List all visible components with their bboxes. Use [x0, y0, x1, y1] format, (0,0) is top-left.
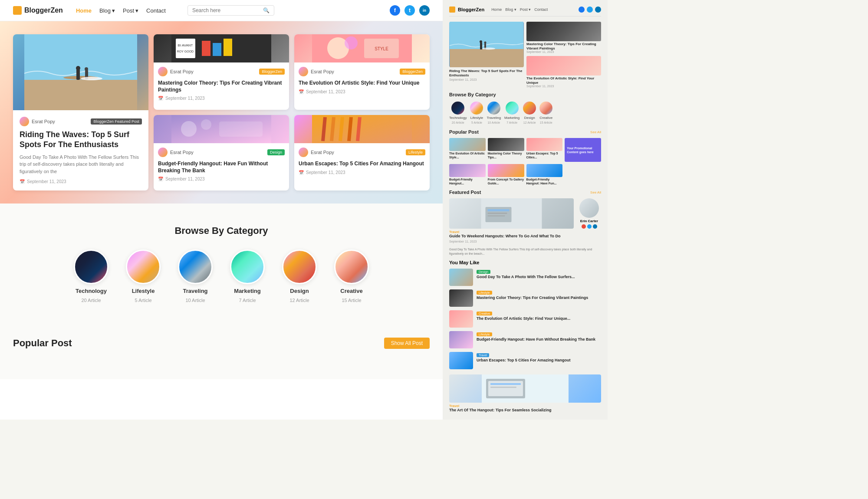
sidebar-thumb-2[interactable]: The Evolution Of Artistic Style: Find Yo… [526, 56, 601, 88]
sidebar-thumb2-img [526, 56, 601, 76]
sidebar-nav-blog[interactable]: Blog ▾ [505, 7, 516, 12]
sidebar-hero-main[interactable]: Riding The Waves: Top 5 Surf Spots For T… [449, 22, 524, 88]
category-traveling[interactable]: Traveling 10 Article [178, 250, 213, 303]
sidebar-thumb2-meta: September 11, 2023 [526, 85, 601, 88]
sidebar-twitter-icon[interactable] [587, 7, 593, 13]
author-name-3: Esrat Popy [170, 150, 194, 155]
sidebar-linkedin-icon[interactable] [595, 7, 601, 13]
sidebar-cat-market[interactable]: Marketing 7 Article [504, 102, 519, 124]
small-card-3[interactable]: Esrat Popy Design Budget-Friendly Hangou… [154, 115, 289, 190]
may-like-badge-4: Lifestyle [477, 332, 492, 336]
may-like-badge-2: Lifestyle [477, 291, 492, 295]
sidebar-cat-life-circle [470, 102, 483, 115]
sidebar-featured-main[interactable]: Travel Guide To Weekend Hangouts: Where … [449, 198, 574, 243]
category-technology[interactable]: Technology 20 Article [74, 250, 108, 303]
sidebar-pop6-text: Budget-Friendly Hangout: Have Fun... [526, 178, 563, 185]
sidebar-featured-excerpt: Good Day To Take A Photo With The Fellow… [449, 247, 601, 256]
badge-2: BloggerZen [400, 69, 425, 75]
sidebar-cat-tech[interactable]: Technology 20 Article [449, 102, 467, 124]
sidebar-logo-icon [449, 7, 455, 13]
calendar-icon-2: 📅 [299, 89, 304, 94]
sidebar-featured-header: Featured Post See All [449, 190, 601, 195]
hero-main-post[interactable]: Esrat Popy BloggerZen Featured Post Ridi… [13, 34, 148, 190]
calendar-icon-1: 📅 [158, 96, 163, 101]
may-like-title-4: Budget-Friendly Hangout: Have Fun Withou… [477, 337, 595, 342]
may-like-item-5[interactable]: Travel Urban Escapes: Top 5 Cities For A… [449, 352, 601, 369]
sidebar-thumb-1[interactable]: Mastering Color Theory: Tips For Creatin… [526, 22, 601, 53]
sidebar-featured-li-icon[interactable] [593, 224, 597, 229]
sidebar-featured-tw-icon[interactable] [587, 224, 592, 229]
sidebar-cat-creative-circle [539, 102, 552, 115]
sidebar-main-thumb-text: Riding The Waves: Top 5 Surf Spots For T… [449, 67, 524, 83]
cat-design-name: Design [290, 288, 309, 294]
sidebar-featured-fb-icon[interactable] [582, 224, 586, 229]
sidebar-cat-travel-circle [487, 102, 500, 115]
facebook-icon[interactable]: f [390, 5, 400, 16]
may-like-item-2[interactable]: Lifestyle Mastering Color Theory: Tips F… [449, 289, 601, 307]
may-like-text-2: Lifestyle Mastering Color Theory: Tips F… [477, 289, 588, 307]
sidebar-featured-title: Featured Post [449, 190, 481, 195]
sidebar-pop3-text: Urban Escapes: Top 5 Cities... [526, 152, 563, 159]
search-input[interactable] [192, 7, 263, 13]
may-like-item-4[interactable]: Lifestyle Budget-Friendly Hangout: Have … [449, 331, 601, 348]
cat-travel-name: Traveling [183, 288, 207, 294]
linkedin-icon[interactable]: in [419, 5, 430, 16]
sidebar-see-all-popular[interactable]: See All [590, 130, 601, 134]
hangout-img [154, 115, 289, 143]
sidebar-cat-creative[interactable]: Creative 15 Article [539, 102, 552, 124]
category-marketing[interactable]: Marketing 7 Article [230, 250, 265, 303]
card3-image [154, 115, 289, 143]
navbar: BloggerZen Home Blog ▾ Post ▾ Contact 🔍 … [0, 0, 443, 21]
nav-contact[interactable]: Contact [146, 7, 166, 14]
date-4: September 11, 2023 [306, 170, 345, 175]
sidebar-see-all-featured[interactable]: See All [590, 190, 601, 194]
cat-market-count: 7 Article [239, 298, 256, 303]
search-icon[interactable]: 🔍 [263, 7, 270, 13]
svg-rect-13 [213, 43, 221, 56]
category-design[interactable]: Design 12 Article [282, 250, 317, 303]
cat-life-count: 5 Article [135, 298, 151, 303]
category-creative[interactable]: Creative 15 Article [334, 250, 369, 303]
surf-illustration [13, 34, 148, 110]
sidebar-cats: Technology 20 Article Lifestyle 5 Articl… [449, 102, 601, 124]
sidebar-pop-5[interactable]: From Concept To Gallery Guide... [488, 164, 524, 185]
sidebar-pop-1[interactable]: The Evolution Of Artistic Style... [449, 138, 486, 162]
sidebar-pop-4[interactable]: Budget-Friendly Hangout... [449, 164, 486, 185]
may-like-item-1[interactable]: Design Good Day To Take A Photo With The… [449, 269, 601, 286]
sidebar-cat-tech-name: Technology [449, 116, 467, 120]
svg-text:ROY GOOD: ROY GOOD [177, 50, 194, 53]
logo[interactable]: BloggerZen [13, 6, 63, 15]
sidebar-cat-life-name: Lifestyle [470, 116, 483, 120]
sidebar-nav-contact[interactable]: Contact [534, 7, 548, 12]
nav-home[interactable]: Home [76, 7, 92, 14]
category-lifestyle[interactable]: Lifestyle 5 Article [126, 250, 161, 303]
sidebar-pop-3[interactable]: Urban Escapes: Top 5 Cities... [526, 138, 563, 162]
sidebar-popular-header: Popular Post See All [449, 129, 601, 135]
badge-1: BloggerZen [259, 69, 285, 75]
sidebar-cat-travel[interactable]: Traveling 10 Article [487, 102, 501, 124]
sidebar-facebook-icon[interactable] [579, 7, 585, 13]
sidebar-promo-card[interactable]: Your Promotional Content goes here [565, 138, 601, 162]
sidebar-social [579, 7, 601, 13]
date-row-4: 📅 September 11, 2023 [299, 170, 425, 175]
nav-blog[interactable]: Blog ▾ [99, 7, 115, 14]
sidebar-cat-design[interactable]: Design 12 Article [523, 102, 536, 124]
show-all-button[interactable]: Show All Post [384, 338, 430, 349]
small-card-2[interactable]: STYLE Esrat Popy BloggerZen The Evolutio… [294, 34, 430, 110]
svg-point-36 [482, 48, 495, 50]
may-like-item-3[interactable]: Creative The Evolution Of Artistic Style… [449, 310, 601, 328]
sidebar-nav-post[interactable]: Post ▾ [520, 7, 531, 12]
featured-badge: BloggerZen Featured Post [91, 118, 142, 125]
sidebar-pop-2[interactable]: Mastering Color Theory Tips... [488, 138, 524, 162]
sidebar-popular-title: Popular Post [449, 129, 479, 135]
sidebar-nav-home[interactable]: Home [491, 7, 502, 12]
twitter-icon[interactable]: t [404, 5, 415, 16]
date-row-2: 📅 September 11, 2023 [299, 89, 425, 94]
small-card-1[interactable]: BI AVANT ROY GOOD Esrat Popy BloggerZen … [154, 34, 289, 110]
sidebar-cat-life[interactable]: Lifestyle 5 Article [470, 102, 483, 124]
sidebar-pop-6[interactable]: Budget-Friendly Hangout: Have Fun... [526, 164, 563, 185]
sidebar-cat-market-name: Marketing [504, 116, 519, 120]
small-card-4[interactable]: Esrat Popy Lifestyle Urban Escapes: Top … [294, 115, 430, 190]
nav-post[interactable]: Post ▾ [123, 7, 138, 14]
author-name-4: Esrat Popy [311, 150, 334, 155]
